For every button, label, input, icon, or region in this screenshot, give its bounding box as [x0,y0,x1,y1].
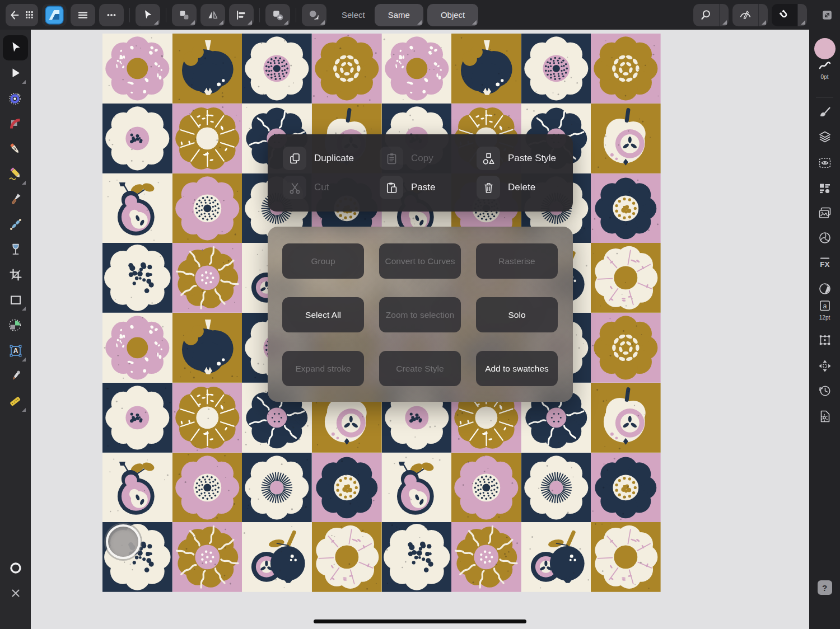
menu-item-label: Delete [508,182,535,193]
menu-item-duplicate[interactable]: Duplicate [283,147,380,170]
stock-studio[interactable] [812,206,837,220]
transparency-tool[interactable] [3,237,28,262]
pattern-tile-sun_wavy [451,522,521,592]
action-create-style: Create Style [379,351,461,386]
pattern-tile-flower_mustard_dots [591,173,661,243]
knife-tool[interactable] [3,187,28,212]
action-select-all[interactable]: Select All [282,297,364,332]
transform-studio[interactable] [812,333,837,348]
photos-icon [818,206,832,220]
appearance-studio[interactable] [812,281,837,296]
text-tool[interactable]: A [3,339,28,364]
preview-mode-button-options[interactable] [758,4,768,26]
copy-icon [380,147,403,170]
ruler-icon [8,394,23,409]
boolean-add-button[interactable] [265,4,290,26]
fill-swatch[interactable] [812,38,837,59]
pattern-tile-flower_mustard_dots [591,453,661,523]
corner-tool[interactable] [3,111,28,137]
colour-sampler-lens[interactable] [3,556,28,581]
main-menu-button[interactable] [71,4,95,26]
pattern-tile-apple_pair [521,522,591,592]
hamburger-icon [76,8,90,22]
pattern-tile-donut_speckled [102,34,172,104]
arrange-studio[interactable] [812,359,837,373]
transform-button[interactable] [172,4,197,26]
colour-picker-tool[interactable] [3,364,28,389]
menu-item-paste-style[interactable]: Paste Style [477,147,588,170]
ruler-tool[interactable] [3,389,28,414]
pen-tool[interactable] [3,137,28,162]
swatches-studio[interactable] [812,181,837,196]
select-object-button[interactable]: Object [427,4,478,26]
gallery-back-button[interactable] [6,4,38,26]
menu-item-delete[interactable]: Delete [477,176,588,199]
rectangle-icon [8,293,23,307]
toolbar-divider [259,8,260,22]
adjust-eye-icon [818,156,832,170]
shape-builder-tool[interactable] [3,313,28,338]
transparency-icon [8,242,23,257]
zoom-tool-button[interactable] [693,4,729,26]
svg-text:FX: FX [820,260,829,269]
menu-item-paste[interactable]: Paste [380,176,477,199]
flip-button[interactable] [200,4,225,26]
mask-button[interactable] [302,4,326,26]
pattern-tile-flower_mustard_dots [312,453,382,523]
action-add-to-swatches[interactable]: Add to swatches [476,351,558,386]
node-cursor-icon [8,66,23,81]
pattern-tile-apple_half [591,104,661,173]
action-solo[interactable]: Solo [476,297,558,332]
history-studio[interactable] [812,383,837,398]
fx-studio[interactable]: FX [812,256,837,270]
more-options-button[interactable] [99,4,124,26]
zoom-tool-button-options[interactable] [719,4,729,26]
pattern-tile-fringe_flower [521,453,591,523]
pencil-icon [8,167,23,182]
menu-item-label: Copy [411,153,433,164]
fullscreen-icon [820,8,834,22]
vector-brush-tool[interactable] [3,212,28,237]
color-sampler-loupe[interactable] [106,524,141,559]
select-same-button[interactable]: Same [375,4,423,26]
shape-tool[interactable] [3,288,28,313]
character-studio[interactable]: a12pt [812,299,837,321]
pattern-tile-pear [382,453,452,523]
stroke-studio[interactable]: 0pt [812,58,837,80]
cut-icon [283,176,306,199]
pattern-tile-flower_pink_dotted [102,104,172,173]
home-indicator[interactable] [314,619,526,623]
node-tool[interactable] [3,61,28,86]
brushes-studio[interactable] [812,105,837,119]
move-tool[interactable] [3,35,28,60]
point-transform-tool[interactable] [3,86,28,111]
adjustments-studio[interactable] [812,156,837,170]
snapping-button[interactable] [772,4,807,26]
context-menu: DuplicateCopyPaste StyleCutPasteDelete [268,134,573,212]
help-button[interactable]: ? [812,580,837,595]
delete-icon [477,176,500,199]
action-zoom-to-selection: Zoom to selection [379,297,461,332]
align-button[interactable] [229,4,254,26]
designer-persona-button[interactable] [42,4,67,26]
document-studio[interactable] [812,409,837,424]
toolbar-right-group [693,4,834,26]
paste-style-icon [477,147,500,170]
fullscreen-button[interactable] [820,8,834,22]
paste-icon [380,176,403,199]
pencil-tool[interactable] [3,162,28,187]
snapping-button-options[interactable] [797,4,807,26]
layers-studio[interactable] [812,130,837,144]
deselect-close[interactable] [3,581,28,606]
flip-horizontal-icon [206,8,220,22]
crop-tool[interactable] [3,262,28,288]
back-arrow-icon [8,8,21,22]
pattern-tile-donut_speckled [102,313,172,383]
pattern-tile-apple_half [591,383,661,453]
pattern-tile-pear [102,453,172,523]
colour-studio[interactable] [812,231,837,245]
select-tool-mode-button[interactable] [136,4,160,26]
preview-mode-button[interactable] [732,4,768,26]
contrast-icon [818,281,832,296]
action-label: Expand stroke [295,364,351,374]
